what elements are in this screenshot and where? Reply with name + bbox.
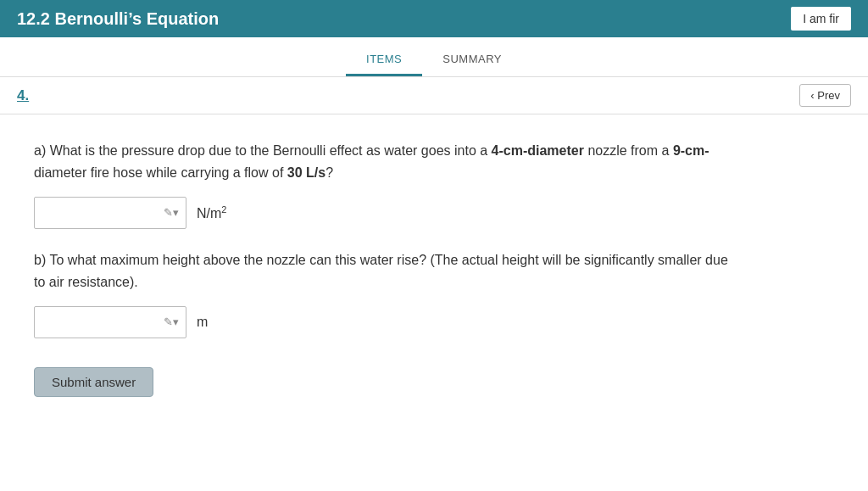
prev-button[interactable]: ‹ Prev: [799, 84, 851, 107]
bold-4cm: 4-cm-diameter: [492, 143, 584, 158]
question-number: 4.: [17, 87, 29, 104]
question-a-text: a) What is the pressure drop due to the …: [34, 140, 729, 183]
answer-b-row: ✎▾ m: [34, 306, 729, 338]
answer-a-input-box: ✎▾: [34, 197, 186, 229]
main-content: a) What is the pressure drop due to the …: [0, 114, 763, 414]
unit-a-label: N/m2: [197, 204, 226, 221]
tab-items[interactable]: ITEMS: [346, 44, 422, 76]
tab-summary[interactable]: SUMMARY: [422, 44, 522, 76]
answer-a-row: ✎▾ N/m2: [34, 197, 729, 229]
question-b-text: b) To what maximum height above the nozz…: [34, 249, 729, 293]
page-title: 12.2 Bernoulli’s Equation: [17, 9, 219, 29]
tabs-bar: ITEMS SUMMARY: [0, 37, 868, 77]
unit-b-label: m: [197, 315, 208, 330]
pencil-a-icon: ✎▾: [164, 206, 179, 220]
answer-b-input-box: ✎▾: [34, 306, 186, 338]
answer-a-input[interactable]: [42, 206, 152, 220]
prev-arrow-icon: ‹: [810, 89, 814, 102]
answer-b-input[interactable]: [42, 315, 152, 330]
nav-row: 4. ‹ Prev: [0, 77, 868, 114]
page-header: 12.2 Bernoulli’s Equation I am fir: [0, 0, 868, 37]
pencil-b-icon: ✎▾: [164, 315, 179, 329]
submit-button[interactable]: Submit answer: [34, 367, 153, 397]
finish-button[interactable]: I am fir: [791, 7, 851, 31]
bold-9cm: 9-cm-: [673, 143, 709, 158]
bold-30ls: 30 L/s: [287, 165, 326, 180]
